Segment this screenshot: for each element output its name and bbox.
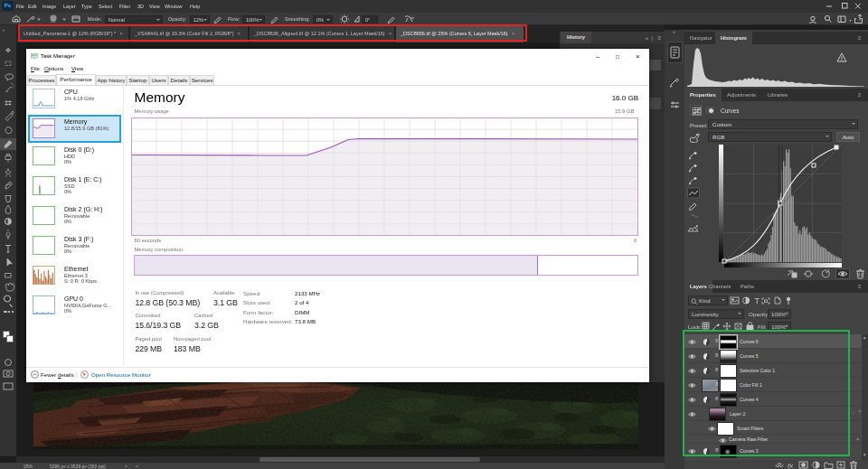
svg-text:fx: fx	[788, 462, 794, 469]
svg-text:T: T	[755, 296, 760, 305]
svg-text:150: 150	[51, 20, 56, 23]
